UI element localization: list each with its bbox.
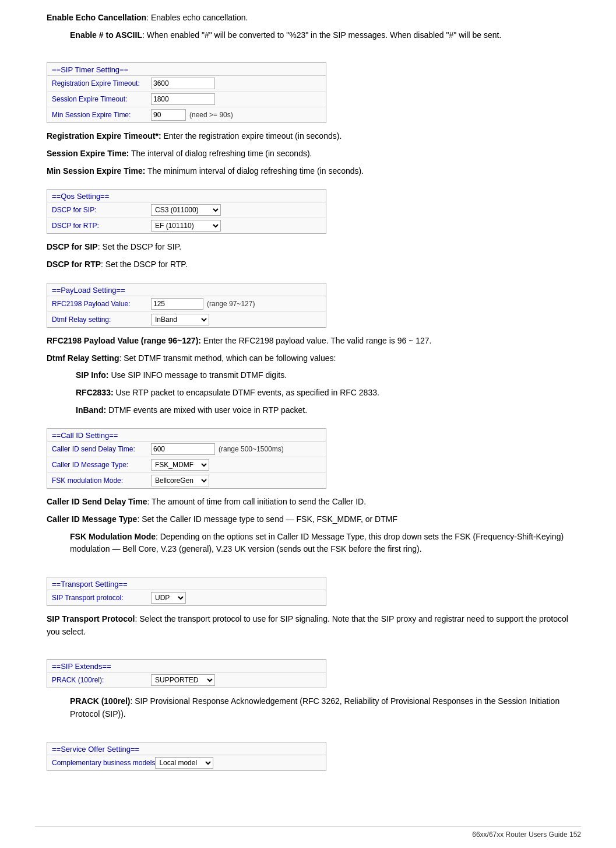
transport-box: ==Transport Setting== SIP Transport prot…: [47, 577, 326, 606]
dtmf-relay-select[interactable]: InBand: [151, 314, 209, 325]
qos-box: ==Qos Setting== DSCP for SIP: CS3 (01100…: [47, 189, 326, 234]
rfc2198-note: (range 97~127): [207, 300, 255, 308]
reg-expire-input[interactable]: [151, 78, 215, 89]
page-footer: 66xx/67xx Router Users Guide 152: [35, 826, 581, 839]
dtmf-relay-label: Dtmf Relay setting:: [52, 316, 151, 324]
dscp-rtp-desc-text: : Set the DSCP for RTP.: [101, 260, 188, 269]
rfc2198-label: RFC2198 Payload Value:: [52, 300, 151, 308]
min-session-note: (need >= 90s): [189, 111, 233, 119]
prack-label: PRACK (100rel):: [52, 676, 151, 684]
sip-extends-title: ==SIP Extends==: [47, 660, 326, 672]
service-offer-row1: Complementary business models Local mode…: [47, 755, 326, 770]
transport-title: ==Transport Setting==: [47, 577, 326, 590]
sip-transport-label: SIP Transport protocol:: [52, 594, 151, 602]
payload-title: ==PayLoad Setting==: [47, 283, 326, 296]
biz-model-label: Complementary business models: [52, 759, 155, 767]
sip-extends-box: ==SIP Extends== PRACK (100rel): SUPPORTE…: [47, 659, 326, 688]
rfc2198-input[interactable]: [151, 298, 203, 310]
prack-select[interactable]: SUPPORTED: [151, 674, 215, 686]
qos-row2: DSCP for RTP: EF (101110): [47, 218, 326, 233]
caller-msg-desc-text: : Set the Caller ID message type to send…: [137, 514, 397, 524]
sip-timer-row3: Min Session Expire Time: (need >= 90s): [47, 107, 326, 122]
session-expire-input[interactable]: [151, 93, 215, 105]
dscp-sip-label: DSCP for SIP:: [52, 206, 151, 214]
qos-title: ==Qos Setting==: [47, 190, 326, 202]
rfc2833-label: RFC2833:: [76, 388, 114, 397]
sip-timer-row1: Registration Expire Timeout:: [47, 76, 326, 92]
sip-timer-row2: Session Expire Timeout:: [47, 92, 326, 107]
sip-timer-box: ==SIP Timer Setting== Registration Expir…: [47, 62, 326, 123]
fsk-mod-desc-label: FSK Modulation Mode: [70, 532, 156, 541]
fsk-mod-label: FSK modulation Mode:: [52, 476, 151, 485]
caller-msg-desc-label: Caller ID Message Type: [47, 514, 137, 524]
caller-delay-label: Caller ID send Delay Time:: [52, 445, 151, 453]
dscp-sip-select[interactable]: CS3 (011000): [151, 204, 221, 216]
caller-delay-desc-label: Caller ID Send Delay Time: [47, 497, 147, 506]
callid-row3: FSK modulation Mode: BellcoreGen: [47, 473, 326, 488]
caller-delay-desc-text: : The amount of time from call initiatio…: [147, 497, 366, 506]
rfc2198-desc-text: Enter the RFC2198 payload value. The val…: [201, 336, 432, 345]
reg-expire-timeout-desc: Enter the registration expire timeout (i…: [161, 131, 342, 141]
session-expire-label: Session Expire Timeout:: [52, 95, 151, 103]
min-session-input[interactable]: [151, 109, 186, 121]
callid-row2: Caller ID Message Type: FSK_MDMF: [47, 457, 326, 473]
echo-cancel-label: Enable Echo Cancellation: [47, 13, 146, 22]
callid-title: ==Call ID Setting==: [47, 429, 326, 441]
rfc2833-desc: Use RTP packet to encapsulate DTMF event…: [114, 388, 379, 397]
sip-info-label: SIP Info:: [76, 370, 109, 380]
reg-expire-label: Registration Expire Timeout:: [52, 79, 151, 87]
echo-cancel-desc: : Enables echo cancellation.: [146, 13, 248, 22]
callid-row1: Caller ID send Delay Time: (range 500~15…: [47, 441, 326, 457]
rfc2198-desc-label: RFC2198 Payload Value (range 96~127):: [47, 336, 201, 345]
dscp-rtp-select[interactable]: EF (101110): [151, 220, 221, 232]
hash-label: Enable # to ASCIIL: [70, 30, 142, 40]
service-offer-title: ==Service Offer Setting==: [47, 742, 326, 755]
min-session-expire-label: Min Session Expire Time:: [47, 166, 145, 176]
callid-box: ==Call ID Setting== Caller ID send Delay…: [47, 428, 326, 489]
payload-box: ==PayLoad Setting== RFC2198 Payload Valu…: [47, 283, 326, 328]
prack-desc-label: PRACK (100rel): [70, 696, 130, 706]
transport-desc-label: SIP Transport Protocol: [47, 614, 135, 623]
sip-timer-title: ==SIP Timer Setting==: [47, 63, 326, 76]
session-expire-time-desc: The interval of dialog refreshing time (…: [129, 149, 312, 158]
dscp-sip-desc-label: DSCP for SIP: [47, 242, 98, 251]
inband-label: InBand:: [76, 405, 106, 415]
dscp-sip-desc-text: : Set the DSCP for SIP.: [98, 242, 181, 251]
biz-model-select[interactable]: Local model: [155, 757, 213, 769]
dtmf-relay-desc-text: : Set DTMF transmit method, which can be…: [119, 353, 336, 363]
fsk-mod-select[interactable]: BellcoreGen: [151, 475, 209, 486]
hash-desc: : When enabled "#" will be converted to …: [142, 30, 501, 40]
caller-msg-type-select[interactable]: FSK_MDMF: [151, 459, 209, 471]
session-expire-time-label: Session Expire Time:: [47, 149, 129, 158]
sip-extends-row1: PRACK (100rel): SUPPORTED: [47, 672, 326, 688]
transport-row1: SIP Transport protocol: UDP: [47, 590, 326, 605]
sip-transport-select[interactable]: UDP: [151, 592, 186, 604]
payload-row2: Dtmf Relay setting: InBand: [47, 312, 326, 327]
caller-delay-note: (range 500~1500ms): [219, 445, 284, 453]
dscp-rtp-label: DSCP for RTP:: [52, 222, 151, 230]
caller-delay-input[interactable]: [151, 443, 215, 455]
reg-expire-timeout-label: Registration Expire Timeout*:: [47, 131, 161, 141]
caller-msg-type-label: Caller ID Message Type:: [52, 461, 151, 469]
footer-text: 66xx/67xx Router Users Guide 152: [472, 831, 581, 839]
inband-desc: DTMF events are mixed with user voice in…: [106, 405, 307, 415]
min-session-expire-desc: The minimum interval of dialog refreshin…: [145, 166, 364, 176]
prack-desc-text: : SIP Provisional Response Acknowledgeme…: [70, 696, 559, 719]
sip-info-desc: Use SIP INFO message to transmit DTMF di…: [109, 370, 287, 380]
qos-row1: DSCP for SIP: CS3 (011000): [47, 202, 326, 218]
service-offer-box: ==Service Offer Setting== Complementary …: [47, 742, 326, 771]
payload-row1: RFC2198 Payload Value: (range 97~127): [47, 296, 326, 312]
dscp-rtp-desc-label: DSCP for RTP: [47, 260, 101, 269]
dtmf-relay-desc-label: Dtmf Relay Setting: [47, 353, 119, 363]
min-session-label: Min Session Expire Time:: [52, 111, 151, 119]
